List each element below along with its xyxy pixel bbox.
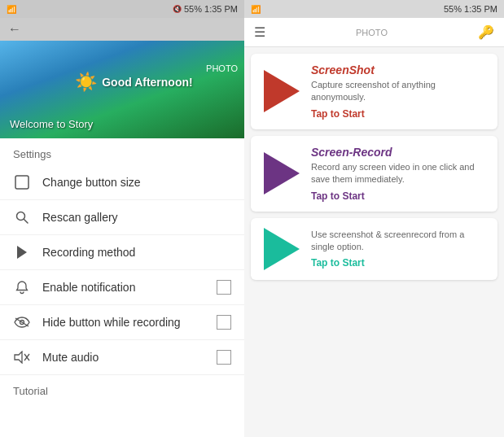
right-panel: 📶 55% 1:35 PM ☰ PHOTO 🔑 ScreenShot Captu… [244,0,504,437]
sun-icon: ☀️ [75,72,97,93]
right-status-icons: 55% 1:35 PM [444,4,497,14]
screen-record-card[interactable]: Screen-Record Record any screen video in… [251,136,497,212]
svg-marker-3 [17,246,27,259]
menu-item-rescan-gallery[interactable]: Rescan gallery [0,200,244,235]
svg-rect-0 [15,176,28,189]
screen-record-card-content: Screen-Record Record any screen video in… [311,146,488,202]
combo-arrow [261,228,303,270]
screen-record-arrow [261,152,303,194]
right-sim-icon: 📶 [251,5,261,14]
hero-photo-label: PHOTO [206,63,238,73]
combo-card-content: Use screenshot & screenrecord from a sin… [311,229,488,269]
screenshot-card[interactable]: ScreenShot Capture screenshot of anythin… [251,54,497,129]
menu-label-change-button-size: Change button size [42,176,231,189]
menu-label-recording-method: Recording method [42,246,231,259]
svg-marker-6 [15,352,22,363]
mute-icon [13,348,31,366]
bell-icon [13,278,31,296]
screenshot-arrow [261,70,303,112]
combo-tap[interactable]: Tap to Start [311,257,488,269]
left-time: 1:35 PM [204,4,238,14]
screen-record-tap[interactable]: Tap to Start [311,190,488,202]
hero-greeting: ☀️ Good Afternoon! [75,72,192,93]
hamburger-icon[interactable]: ☰ [254,24,265,40]
arrow-red-icon [264,70,300,112]
right-battery-text: 55% [444,4,462,14]
left-panel: 📶 🔇 55% 1:35 PM ← ☀️ Good Afternoon! PHO… [0,0,244,437]
enable-notification-checkbox[interactable] [217,280,231,295]
menu-label-mute-audio: Mute audio [42,351,205,364]
menu-item-hide-button[interactable]: Hide button while recording [0,305,244,340]
right-status-bar: 📶 55% 1:35 PM [244,0,504,18]
settings-header: Settings [0,138,244,165]
menu-item-change-button-size[interactable]: Change button size [0,165,244,200]
screenshot-card-content: ScreenShot Capture screenshot of anythin… [311,63,488,120]
left-battery-text: 55% [184,4,202,14]
menu-item-mute-audio[interactable]: Mute audio [0,340,244,375]
menu-label-enable-notification: Enable notification [42,281,205,294]
menu-label-hide-button: Hide button while recording [42,316,205,329]
combo-desc: Use screenshot & screenrecord from a sin… [311,229,488,254]
left-status-bar: 📶 🔇 55% 1:35 PM [0,0,244,18]
arrow-purple-icon [264,152,300,194]
screenshot-desc: Capture screenshot of anything anonymous… [311,79,488,104]
right-top-bar: ☰ PHOTO 🔑 [244,18,504,47]
menu-item-enable-notification[interactable]: Enable notification [0,270,244,305]
key-icon[interactable]: 🔑 [478,24,494,40]
right-photo-label: PHOTO [356,28,388,37]
left-mute-icon: 🔇 [173,5,182,13]
mute-audio-checkbox[interactable] [217,350,231,365]
change-button-icon [13,173,31,191]
svg-line-2 [24,220,28,224]
menu-item-recording-method[interactable]: Recording method [0,235,244,270]
left-status-icons: 🔇 55% 1:35 PM [173,4,238,14]
left-sim-icon: 📶 [7,5,16,14]
right-time: 1:35 PM [464,4,497,14]
screen-record-desc: Record any screen video in one click and… [311,161,488,186]
hero-welcome-text: Welcome to Story [10,118,93,130]
hide-button-checkbox[interactable] [217,315,231,330]
menu-label-rescan-gallery: Rescan gallery [42,211,231,224]
search-icon [13,208,31,226]
settings-section: Settings Change button size Rescan galle… [0,138,244,437]
back-arrow-icon[interactable]: ← [8,22,21,37]
combo-card[interactable]: Use screenshot & screenrecord from a sin… [251,218,497,280]
screenshot-title: ScreenShot [311,63,488,76]
play-icon [13,243,31,261]
screenshot-tap[interactable]: Tap to Start [311,108,488,120]
greeting-text: Good Afternoon! [102,76,192,89]
screen-record-title: Screen-Record [311,146,488,159]
eye-slash-icon [13,313,31,331]
arrow-cyan-icon [264,228,300,270]
tutorial-header: Tutorial [0,375,244,402]
cards-container: ScreenShot Capture screenshot of anythin… [244,47,504,437]
hero-area: ☀️ Good Afternoon! PHOTO Welcome to Stor… [0,41,244,138]
